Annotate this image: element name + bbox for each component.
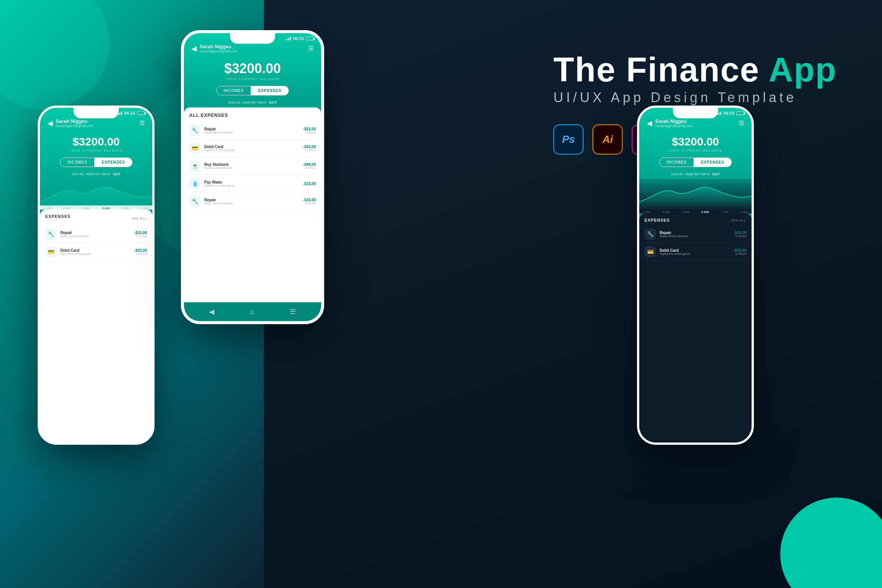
phone-main: 05:15 ◀ Sarah Niggeu sarahniggeu@gmail.c… <box>181 30 324 324</box>
expense-icon-left-1: 💳 <box>45 246 57 257</box>
balance-label-left: YOUR CURRENT BALANCE <box>40 149 152 152</box>
nav-home-main[interactable]: ⌂ <box>250 308 254 316</box>
tab-incomes-main[interactable]: INCOMES <box>216 86 251 95</box>
expense-main-3: 💧 Pay Water Payment for online games -$3… <box>189 175 316 193</box>
expense-icon-left-0: 🔧 <box>45 228 57 240</box>
balance-label-main: YOUR CURRENT BALANCE <box>184 77 321 81</box>
expense-right-1: 💳 Debit Card Payment for online games -$… <box>645 243 746 261</box>
expense-details-right-0: Repair Repair electric television <box>660 231 730 237</box>
expense-time-left-1: 12:40 pm <box>134 253 147 255</box>
balance-section-right: $3200.00 YOUR CURRENT BALANCE <box>639 132 752 158</box>
tabs-left: INCOMES EXPENSES <box>40 158 152 171</box>
phone-right: 05:15 ◀ Sarah Niggeu sarahniggeu@gmail.c… <box>637 106 754 445</box>
edit-btn-right[interactable]: EDIT <box>712 172 720 176</box>
tab-incomes-left[interactable]: INCOMES <box>60 158 95 167</box>
tab-expenses-right[interactable]: EXPENSES <box>694 158 732 167</box>
expense-time-right-1: 12:40 pm <box>733 253 746 255</box>
back-arrow-left[interactable]: ◀ <box>47 119 53 127</box>
visa-text-left: VISA ID : 9009 987 909 8 <box>72 172 110 176</box>
expense-amount-right-0: -$15,00 <box>733 231 746 235</box>
expense-desc-main-0: Repair electric television <box>204 131 299 134</box>
tabs-main: INCOMES EXPENSES <box>184 86 321 99</box>
expense-details-main-4: Repair Repair electric television <box>204 198 299 205</box>
expense-name-right-1: Debit Card <box>660 248 730 253</box>
section-title-left: EXPENSES <box>45 214 70 219</box>
expense-icon-main-4: 🔧 <box>189 196 201 207</box>
expense-name-main-2: Buy Starbuck <box>204 162 299 167</box>
balance-label-right: YOUR CURRENT BALANCE <box>639 149 752 152</box>
expense-details-main-3: Pay Water Payment for online games <box>204 180 299 187</box>
expense-item-left-1: 💳 Debit Card Payment for online games -$… <box>45 243 147 261</box>
expense-desc-right-1: Payment for online games <box>660 253 730 255</box>
menu-icon-left[interactable]: ☰ <box>139 119 145 127</box>
tab-expenses-left[interactable]: EXPENSES <box>95 158 132 167</box>
expense-main-0: 🔧 Repair Repair electric television -$15… <box>189 122 316 139</box>
menu-icon-right[interactable]: ☰ <box>739 119 744 127</box>
expense-details-left-1: Debit Card Payment for online games <box>60 248 130 255</box>
balance-amount-right: $3200.00 <box>639 135 752 148</box>
see-all-left[interactable]: SEE ALL <box>132 217 147 220</box>
photoshop-icon: Ps <box>553 124 583 155</box>
expense-details-main-1: Debit Card Payment for online games <box>204 145 299 152</box>
expense-time-main-4: 12:40 pm <box>303 202 316 205</box>
app-subtitle: UI/UX App Design Template <box>553 90 837 106</box>
expenses-header-right: EXPENSES SEE ALL <box>645 218 746 222</box>
visa-text-right: VISA ID : 9009 987 909 8 <box>671 172 709 176</box>
expense-name-main-3: Pay Water <box>204 180 299 184</box>
cl-8jan-right: 8 JAN <box>741 211 748 213</box>
visa-row-main: VISA ID : 9009 987 909 8 EDIT <box>184 99 321 107</box>
user-name-main: Sarah Niggeu <box>200 44 308 49</box>
balance-amount-main: $3200.00 <box>184 61 321 77</box>
phone-right-notch <box>673 108 718 118</box>
menu-icon-main[interactable]: ☰ <box>308 45 314 52</box>
chart-area-right <box>639 179 752 209</box>
status-time-right: 05:15 <box>724 111 734 115</box>
user-name-left: Sarah Niggeu <box>56 118 139 124</box>
expense-amount-left-0: -$15,00 <box>134 231 147 235</box>
battery-icon-right <box>737 111 744 115</box>
expense-time-main-1: 12:40 pm <box>303 149 316 152</box>
expense-desc-right-0: Repair electric television <box>660 235 730 237</box>
expense-icon-main-0: 🔧 <box>189 125 201 136</box>
expense-amount-main-0: -$15,00 <box>303 127 316 131</box>
edit-btn-left[interactable]: EDIT <box>113 172 121 176</box>
back-arrow-right[interactable]: ◀ <box>647 119 652 127</box>
section-title-right: EXPENSES <box>645 218 670 222</box>
user-info-main: Sarah Niggeu sarahniggeu@gmail.com <box>200 44 308 53</box>
nav-menu-main[interactable]: ☰ <box>290 308 296 316</box>
tab-expenses-main[interactable]: EXPENSES <box>251 86 289 95</box>
battery-icon-main <box>306 37 314 40</box>
nav-back-main[interactable]: ◀ <box>209 308 214 316</box>
status-time-left: 05:15 <box>124 111 135 115</box>
expense-details-main-0: Repair Repair electric television <box>204 127 299 134</box>
visa-row-left: VISA ID : 9009 987 909 8 EDIT <box>40 171 152 179</box>
expense-right-0: 🔧 Repair Repair electric television -$15… <box>645 225 746 243</box>
edit-btn-main[interactable]: EDIT <box>270 101 277 104</box>
signal-icon-main <box>286 37 291 40</box>
cl-7jan-right: 7 JAN <box>721 211 728 213</box>
bottom-nav-main: ◀ ⌂ ☰ <box>184 302 321 321</box>
expense-details-right-1: Debit Card Payment for online games <box>660 248 730 255</box>
user-info-left: Sarah Niggeu sarahniggeu@gmail.com <box>56 118 139 128</box>
app-title: The Finance App <box>553 53 837 87</box>
phone-main-notch <box>230 33 275 44</box>
tab-incomes-right[interactable]: INCOMES <box>659 158 694 167</box>
user-email-main: sarahniggeu@gmail.com <box>200 49 308 53</box>
chart-area-left <box>40 179 152 209</box>
white-section-left: EXPENSES SEE ALL 🔧 Repair Repair electri… <box>40 210 152 443</box>
phone-left: 05:15 ◀ Sarah Niggeu sarahniggeu@gmail.c… <box>38 106 155 445</box>
back-arrow-main[interactable]: ◀ <box>191 44 197 53</box>
cl-5jan-right: 5 JAN <box>682 211 689 213</box>
balance-amount-left: $3200.00 <box>40 135 152 148</box>
expense-icon-right-1: 💳 <box>645 246 656 257</box>
white-section-main: ALL EXPENSES 🔧 Repair Repair electric te… <box>184 107 321 321</box>
expense-details-left-0: Repair Repair electric television <box>60 231 130 237</box>
see-all-right[interactable]: SEE ALL <box>731 219 746 222</box>
user-info-right: Sarah Niggeu sarahniggeu@gmail.com <box>655 118 739 128</box>
expense-time-left-0: 12:40 pm <box>134 235 147 237</box>
expense-name-left-1: Debit Card <box>60 248 130 253</box>
title-text-pre: The Finance <box>553 51 769 89</box>
phone-left-header: ◀ Sarah Niggeu sarahniggeu@gmail.com ☰ <box>40 117 152 132</box>
visa-text-main: VISA ID : 9009 987 909 8 <box>228 101 266 104</box>
status-time-main: 05:15 <box>293 36 304 41</box>
